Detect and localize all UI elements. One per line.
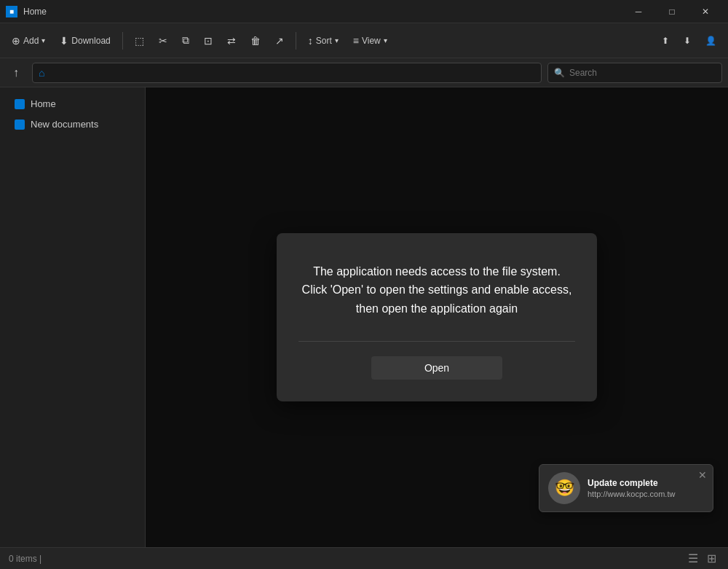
view-toggle-buttons: ☰ ⊞ xyxy=(685,550,719,567)
app-icon: ■ xyxy=(6,6,17,17)
delete-button[interactable]: 🗑 xyxy=(245,28,266,54)
content-area: The application needs access to the file… xyxy=(146,87,728,547)
list-view-button[interactable]: ☰ xyxy=(685,550,701,567)
grid-view-button[interactable]: ⊞ xyxy=(704,550,719,567)
cut-icon: ✂ xyxy=(159,35,167,47)
minimize-button[interactable]: ─ xyxy=(622,0,655,23)
address-bar-input[interactable]: ⌂ xyxy=(32,63,542,83)
toolbar: ⊕ Add ▾ ⬇ Download ⬚ ✂ ⧉ ⊡ ⇄ 🗑 ↗ ↕ Sort … xyxy=(0,23,728,58)
title-bar: ■ Home ─ □ ✕ xyxy=(0,0,728,23)
close-button[interactable]: ✕ xyxy=(689,0,722,23)
address-bar: ↑ ⌂ 🔍 xyxy=(0,58,728,87)
toast-subtitle: http://www.kocpc.com.tw xyxy=(587,490,704,498)
copy-button[interactable]: ⧉ xyxy=(176,28,195,54)
window-controls: ─ □ ✕ xyxy=(622,0,722,23)
cut-button[interactable]: ✂ xyxy=(153,28,173,54)
paste-icon: ⊡ xyxy=(204,35,213,47)
add-icon: ⊕ xyxy=(12,35,20,47)
copy-icon: ⧉ xyxy=(182,34,189,47)
open-button[interactable]: Open xyxy=(371,356,502,380)
sidebar-item-new-documents[interactable]: New documents xyxy=(3,114,142,134)
download2-button[interactable]: ⬇ xyxy=(678,28,697,54)
permission-dialog: The application needs access to the file… xyxy=(277,233,597,402)
paste-button[interactable]: ⊡ xyxy=(198,28,218,54)
upload-button[interactable]: ⬆ xyxy=(656,28,675,54)
home-folder-icon xyxy=(15,99,25,109)
new-documents-icon xyxy=(15,119,25,130)
sidebar-item-home[interactable]: Home xyxy=(3,94,142,114)
status-bar: 0 items | ☰ ⊞ xyxy=(0,547,728,569)
sidebar-item-new-documents-label: New documents xyxy=(31,119,98,130)
move-icon: ⇄ xyxy=(227,35,236,47)
toolbar-divider-1 xyxy=(122,32,123,50)
maximize-button[interactable]: □ xyxy=(655,0,689,23)
view-button[interactable]: ≡ View ▾ xyxy=(347,28,393,54)
user-icon: 👤 xyxy=(705,36,716,46)
title-bar-left: ■ Home xyxy=(6,6,47,17)
toast-close-button[interactable]: ✕ xyxy=(698,469,707,481)
user-button[interactable]: 👤 xyxy=(700,28,722,54)
up-arrow-icon: ↑ xyxy=(13,66,19,79)
search-input[interactable] xyxy=(569,68,716,78)
toast-content: Update complete http://www.kocpc.com.tw xyxy=(587,478,704,498)
main-area: Home New documents The application needs… xyxy=(0,87,728,547)
sidebar: Home New documents xyxy=(0,87,146,547)
delete-icon: 🗑 xyxy=(250,35,261,47)
view-icon: ≡ xyxy=(353,35,359,47)
download-icon: ⬇ xyxy=(60,35,68,47)
upload-icon: ⬆ xyxy=(662,36,669,46)
navigate-up-button[interactable]: ↑ xyxy=(6,63,26,83)
toast-avatar: 🤓 xyxy=(548,472,580,504)
add-button[interactable]: ⊕ Add ▾ xyxy=(6,28,51,54)
sort-button[interactable]: ↕ Sort ▾ xyxy=(302,28,344,54)
search-bar[interactable]: 🔍 xyxy=(547,63,722,83)
dialog-actions: Open xyxy=(298,356,575,380)
share-button[interactable]: ↗ xyxy=(269,28,290,54)
download-button[interactable]: ⬇ Download xyxy=(54,28,116,54)
dialog-message: The application needs access to the file… xyxy=(298,262,575,318)
sort-icon: ↕ xyxy=(308,35,313,47)
download2-icon: ⬇ xyxy=(684,36,691,46)
title-text: Home xyxy=(23,7,47,17)
toolbar-divider-2 xyxy=(296,32,296,50)
move-button[interactable]: ⇄ xyxy=(221,28,242,54)
scan-icon: ⬚ xyxy=(135,35,144,47)
toast-title: Update complete xyxy=(587,478,704,488)
home-icon: ⌂ xyxy=(39,67,44,79)
toast-notification: 🤓 Update complete http://www.kocpc.com.t… xyxy=(539,464,713,512)
scan-button[interactable]: ⬚ xyxy=(129,28,150,54)
share-icon: ↗ xyxy=(275,35,284,47)
search-icon: 🔍 xyxy=(554,68,565,78)
dialog-divider xyxy=(298,341,575,342)
item-count: 0 items | xyxy=(9,554,41,564)
sidebar-item-home-label: Home xyxy=(31,98,56,109)
